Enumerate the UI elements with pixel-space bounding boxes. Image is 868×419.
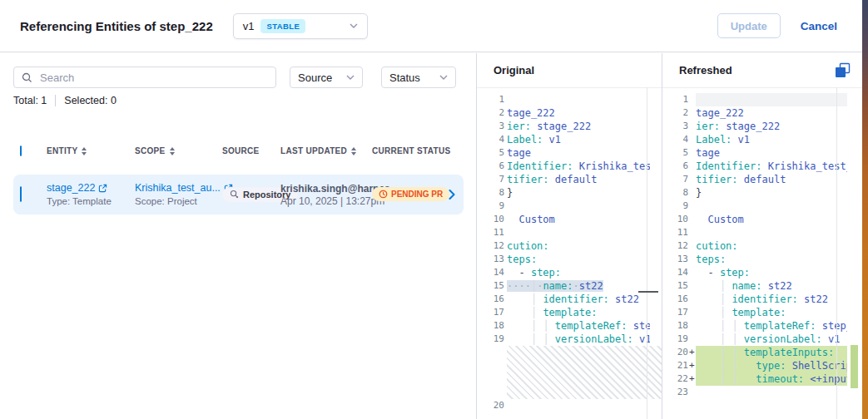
line-number: 12 (662, 239, 688, 253)
row-checkbox[interactable] (20, 186, 22, 202)
line-content: │ │ timeout: <+input> (696, 372, 847, 386)
search-input[interactable] (38, 71, 268, 85)
cancel-button[interactable]: Cancel (801, 20, 837, 32)
chevron-down-icon (346, 75, 355, 80)
diff-sash-handle[interactable] (638, 291, 658, 293)
line-content: } (696, 186, 847, 200)
code-line: 21+ │ │ type: ShellScript (662, 359, 862, 372)
added-line-marker: + (688, 359, 696, 372)
gutter-spacer (688, 226, 696, 239)
line-number: 19 (662, 333, 688, 346)
line-content (696, 226, 847, 239)
line-number: 2 (477, 106, 504, 120)
select-all-checkbox[interactable] (20, 145, 22, 156)
gutter-spacer (688, 279, 696, 293)
line-number: 8 (477, 186, 504, 200)
original-code-editor[interactable]: 12tage_2223ier: stage_2224Label: v15tage… (477, 87, 662, 419)
line-content: │ name: st22 (696, 279, 847, 293)
code-line: 8} (477, 186, 662, 200)
gutter-spacer (688, 173, 696, 186)
line-number: 18 (477, 319, 504, 333)
repository-icon (230, 190, 239, 199)
line-number: 6 (477, 160, 504, 173)
line-content: │ │ templateRef: step_222 (696, 319, 847, 333)
status-badge: PENDING PR (372, 187, 449, 201)
line-number: 1 (477, 93, 504, 106)
code-line: 8} (662, 186, 862, 200)
expand-row-chevron[interactable] (449, 190, 455, 200)
source-filter-label: Source (298, 71, 332, 84)
clock-icon (379, 190, 388, 199)
line-number: 20 (477, 399, 504, 412)
original-panel-header: Original (477, 53, 662, 87)
status-filter-dropdown[interactable]: Status (381, 67, 456, 88)
entity-link[interactable]: stage_222 (47, 182, 107, 195)
line-content: Label: v1 (696, 133, 847, 146)
line-content: │ │ versionLabel: v1 (696, 333, 847, 346)
line-number: 13 (477, 253, 504, 266)
line-content: - step: (507, 266, 650, 279)
version-value: v1 (243, 20, 255, 32)
gutter-spacer (688, 306, 696, 319)
line-content: │ identifier: st22 (696, 293, 847, 306)
line-number: 5 (662, 146, 688, 160)
table-header: ENTITY SCOPE SOURCE LAST UPDATED CURRENT… (13, 146, 464, 155)
code-line: 14 - step: (662, 266, 862, 279)
original-panel: Original 12tage_2223ier: stage_2224Label… (477, 53, 662, 419)
code-line: 2tage_222 (662, 106, 862, 120)
background-page-edge (862, 0, 868, 419)
line-content: │ template: (507, 306, 650, 319)
search-box[interactable] (13, 67, 276, 88)
line-number: 18 (662, 319, 688, 333)
line-content: tifier: default (507, 173, 650, 186)
code-line: 20 (477, 399, 662, 412)
line-number: 14 (477, 266, 504, 279)
line-number: 1 (662, 93, 688, 106)
update-button[interactable]: Update (717, 13, 781, 38)
line-number: 21 (662, 359, 688, 372)
column-entity: ENTITY (47, 146, 77, 155)
scrollbar[interactable] (836, 87, 837, 419)
code-line: 15 │ name: st22 (662, 279, 862, 293)
total-count: Total: 1 (13, 95, 47, 106)
refreshed-panel-header: Refreshed (662, 53, 862, 87)
line-number: 16 (477, 293, 504, 306)
line-number: 7 (477, 173, 504, 186)
line-content (696, 93, 847, 106)
line-number: 19 (477, 333, 504, 346)
scope-link[interactable]: Krishika_test_au... (135, 182, 233, 195)
code-line: 16 │ identifier: st22 (477, 293, 662, 306)
sort-icon[interactable] (82, 147, 87, 155)
line-content: Custom (507, 213, 650, 226)
refreshed-code-editor[interactable]: 12tage_2223ier: stage_2224Label: v15tage… (662, 87, 862, 419)
line-content: Identifier: Krishika_test_aut (696, 160, 847, 173)
line-content (696, 200, 847, 213)
sort-icon[interactable] (351, 147, 356, 155)
diff-hidden-region (507, 346, 662, 399)
sort-icon[interactable] (170, 147, 175, 155)
code-line: 4Label: v1 (477, 133, 662, 146)
refreshed-title: Refreshed (679, 64, 732, 76)
line-content: teps: (696, 253, 847, 266)
source-filter-dropdown[interactable]: Source (290, 67, 363, 88)
line-content (696, 386, 847, 399)
scrollbar[interactable] (647, 87, 647, 419)
version-selector[interactable]: v1 STABLE (233, 13, 368, 39)
code-line: 10 Custom (477, 213, 662, 226)
table-row[interactable]: stage_222 Type: Template Krishika_test_a… (13, 175, 464, 214)
search-icon (22, 72, 32, 83)
referencing-entities-modal: Referencing Entities of step_222 v1 STAB… (0, 0, 862, 419)
column-current-status: CURRENT STATUS (372, 146, 450, 155)
code-line: 11 (477, 226, 662, 239)
gutter-spacer (688, 333, 696, 346)
line-number: 9 (477, 200, 504, 213)
line-content: - step: (696, 266, 847, 279)
gutter-spacer (688, 293, 696, 306)
line-content (507, 399, 650, 412)
column-source: SOURCE (222, 146, 260, 155)
line-content: Identifier: Krishika_test_aut (507, 160, 650, 173)
code-line: 11 (662, 226, 862, 239)
copy-icon[interactable] (835, 62, 851, 78)
line-number: 22 (662, 372, 688, 386)
line-number: 17 (662, 306, 688, 319)
